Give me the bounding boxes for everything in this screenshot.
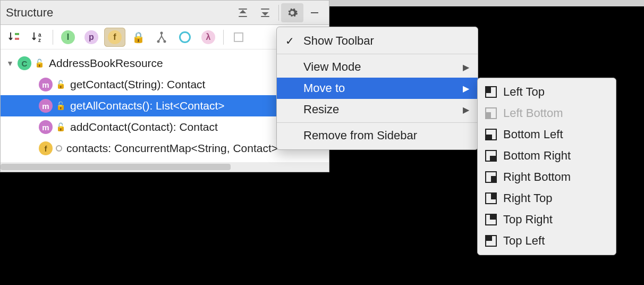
menu-item-label: Show Toolbar bbox=[303, 34, 469, 48]
settings-button[interactable] bbox=[281, 3, 303, 22]
sort-alpha-button[interactable]: a z bbox=[27, 28, 48, 47]
svg-rect-2 bbox=[15, 38, 19, 40]
position-bottom-right-icon bbox=[485, 150, 497, 162]
minimize-icon bbox=[310, 8, 319, 18]
sort-visibility-button[interactable] bbox=[4, 28, 25, 47]
show-fields-button[interactable]: f bbox=[104, 28, 125, 47]
method-icon: m bbox=[39, 78, 53, 91]
show-lambdas-button[interactable]: λ bbox=[198, 28, 219, 47]
toolbar-separator bbox=[53, 30, 53, 45]
position-right-bottom-icon bbox=[485, 171, 497, 183]
public-icon: 🔓 bbox=[56, 80, 66, 89]
anonymous-icon bbox=[179, 31, 191, 43]
submenu-item-label: Left Top bbox=[503, 85, 545, 99]
menu-separator bbox=[277, 122, 478, 123]
expand-button[interactable] bbox=[254, 3, 276, 22]
field-icon: f bbox=[39, 141, 53, 155]
svg-point-7 bbox=[164, 40, 166, 43]
submenu-item-label: Right Top bbox=[503, 191, 553, 205]
property-icon: p bbox=[84, 30, 98, 44]
svg-point-5 bbox=[160, 31, 163, 34]
move-to-submenu: Left Top Left Bottom Bottom Left Bottom … bbox=[477, 78, 616, 255]
inherited-icon bbox=[155, 31, 168, 44]
show-anonymous-button[interactable] bbox=[174, 28, 196, 47]
tree-node-label: contacts: ConcurrentMap<String, Contact> bbox=[66, 142, 278, 155]
submenu-item-label: Right Bottom bbox=[503, 170, 571, 184]
settings-menu: ✓ Show Toolbar View Mode ▶ Move to ▶ Res… bbox=[276, 27, 478, 150]
show-properties-button[interactable]: p bbox=[81, 28, 102, 47]
position-right-top-icon bbox=[485, 192, 497, 204]
collapse-icon bbox=[238, 7, 248, 18]
public-icon: 🔓 bbox=[35, 58, 45, 68]
position-top-right-icon bbox=[485, 214, 497, 225]
svg-point-6 bbox=[157, 40, 160, 43]
svg-text:z: z bbox=[38, 37, 41, 43]
tree-twistie-icon[interactable]: ▼ bbox=[5, 59, 15, 68]
gear-icon bbox=[286, 7, 298, 19]
submenu-left-top[interactable]: Left Top bbox=[478, 81, 616, 103]
method-icon: m bbox=[39, 120, 53, 134]
public-icon: 🔓 bbox=[56, 122, 66, 132]
submenu-right-bottom[interactable]: Right Bottom bbox=[478, 166, 616, 188]
position-left-bottom-icon bbox=[485, 107, 497, 119]
header-separator bbox=[278, 5, 279, 21]
submenu-arrow-icon: ▶ bbox=[463, 83, 469, 94]
lock-icon: 🔒 bbox=[132, 31, 145, 44]
position-bottom-left-icon bbox=[485, 129, 497, 140]
submenu-item-label: Top Left bbox=[503, 234, 545, 248]
submenu-bottom-left[interactable]: Bottom Left bbox=[478, 124, 616, 145]
check-icon: ✓ bbox=[285, 35, 303, 47]
sort-alpha-icon: a z bbox=[31, 30, 45, 44]
expand-icon bbox=[260, 7, 270, 18]
scrollbar-thumb[interactable] bbox=[1, 164, 231, 170]
submenu-right-top[interactable]: Right Top bbox=[478, 188, 616, 209]
field-icon: f bbox=[108, 30, 122, 44]
class-icon: C bbox=[18, 56, 31, 70]
menu-item-label: Remove from Sidebar bbox=[303, 129, 469, 142]
sort-visibility-icon bbox=[7, 30, 21, 44]
show-interfaces-button[interactable]: I bbox=[57, 28, 79, 47]
svg-rect-0 bbox=[311, 12, 318, 13]
menu-separator bbox=[277, 54, 478, 54]
submenu-arrow-icon: ▶ bbox=[463, 105, 469, 115]
interface-icon: I bbox=[61, 30, 75, 44]
tree-node-label: getContact(String): Contact bbox=[70, 78, 205, 91]
tree-node-label: addContact(Contact): Contact bbox=[70, 121, 218, 133]
collapse-button[interactable] bbox=[232, 3, 254, 22]
menu-item-label: Move to bbox=[303, 81, 463, 95]
menu-resize[interactable]: Resize ▶ bbox=[277, 99, 478, 120]
position-left-top-icon bbox=[485, 86, 497, 98]
position-top-left-icon bbox=[485, 235, 497, 247]
submenu-bottom-right[interactable]: Bottom Right bbox=[478, 145, 616, 166]
horizontal-scrollbar[interactable] bbox=[1, 162, 329, 172]
method-icon: m bbox=[39, 99, 53, 113]
show-nonpublic-button[interactable]: 🔒 bbox=[128, 28, 149, 47]
toolbar-separator-2 bbox=[223, 30, 224, 45]
menu-item-label: Resize bbox=[303, 103, 463, 116]
tree-node-label: getAllContacts(): List<Contact> bbox=[70, 99, 225, 112]
submenu-item-label: Bottom Right bbox=[503, 149, 571, 163]
show-inherited-button[interactable] bbox=[151, 28, 172, 47]
autoscroll-icon bbox=[233, 31, 244, 43]
panel-header: Structure bbox=[1, 1, 329, 25]
tree-node-label: AddressBookResource bbox=[49, 57, 163, 70]
submenu-item-label: Bottom Left bbox=[503, 128, 563, 141]
menu-move-to[interactable]: Move to ▶ bbox=[277, 78, 478, 99]
menu-show-toolbar[interactable]: ✓ Show Toolbar bbox=[277, 30, 478, 52]
submenu-item-label: Left Bottom bbox=[503, 106, 563, 120]
menu-view-mode[interactable]: View Mode ▶ bbox=[277, 56, 478, 78]
window-edge bbox=[329, 0, 644, 6]
panel-title: Structure bbox=[6, 6, 232, 20]
submenu-top-left[interactable]: Top Left bbox=[478, 230, 616, 252]
autoscroll-button[interactable] bbox=[228, 28, 249, 47]
package-private-icon bbox=[56, 145, 62, 152]
menu-remove-from-sidebar[interactable]: Remove from Sidebar bbox=[277, 125, 478, 146]
submenu-arrow-icon: ▶ bbox=[463, 62, 469, 72]
lambda-icon: λ bbox=[201, 30, 215, 44]
svg-rect-8 bbox=[234, 33, 243, 41]
minimize-button[interactable] bbox=[303, 3, 326, 22]
submenu-top-right[interactable]: Top Right bbox=[478, 209, 616, 230]
menu-item-label: View Mode bbox=[303, 60, 463, 74]
public-icon: 🔓 bbox=[56, 101, 66, 111]
submenu-left-bottom: Left Bottom bbox=[478, 103, 616, 124]
